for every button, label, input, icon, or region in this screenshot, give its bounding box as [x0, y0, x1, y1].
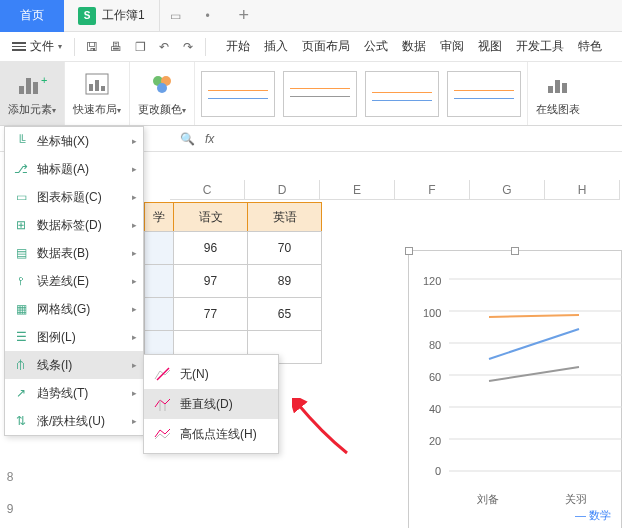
menu-chart-title[interactable]: ▭图表标题(C)▸ [5, 183, 143, 211]
quick-layout-button[interactable]: 快速布局▾ [65, 62, 130, 125]
menu-bar: 文件 ▾ 🖫 🖶 ❐ ↶ ↷ 开始 插入 页面布局 公式 数据 审阅 视图 开发… [0, 32, 622, 62]
menu-lines[interactable]: ⫛线条(I)▸ [5, 351, 143, 379]
tab-formula[interactable]: 公式 [358, 38, 394, 55]
tab-workbook[interactable]: S 工作簿1 [64, 0, 160, 32]
menu-data-table[interactable]: ▤数据表(B)▸ [5, 239, 143, 267]
trendline-icon: ↗ [13, 385, 29, 401]
col-C[interactable]: C [170, 180, 245, 200]
presentation-mode-icon[interactable]: ▭ [160, 9, 192, 23]
cell-r2-chinese[interactable]: 97 [173, 264, 248, 298]
data-table-icon: ▤ [13, 245, 29, 261]
cell-r3-chinese[interactable]: 77 [173, 297, 248, 331]
separator [74, 38, 75, 56]
online-chart-button[interactable]: 在线图表 [527, 62, 588, 125]
cell-r3-a[interactable] [144, 297, 174, 331]
submenu-none[interactable]: 无(N) [144, 359, 278, 389]
axis-title-icon: ⎇ [13, 161, 29, 177]
tab-dev[interactable]: 开发工具 [510, 38, 570, 55]
ytick-120: 120 [423, 275, 441, 287]
error-bar-icon: ⫯ [13, 273, 29, 289]
save-icon[interactable]: 🖫 [81, 36, 103, 58]
col-H[interactable]: H [545, 180, 620, 200]
chart-style-4[interactable] [447, 71, 521, 117]
tab-add-button[interactable]: + [224, 5, 264, 26]
embedded-chart[interactable]: 120 100 80 60 40 20 0 刘备 关羽 — 数学 [408, 250, 622, 528]
svg-rect-2 [33, 82, 38, 94]
zoom-icon[interactable]: 🔍 [180, 132, 195, 146]
print-icon[interactable]: 🖶 [105, 36, 127, 58]
change-color-label: 更改颜色 [138, 103, 182, 115]
col-E[interactable]: E [320, 180, 395, 200]
menu-axis-titles[interactable]: ⎇轴标题(A)▸ [5, 155, 143, 183]
change-color-button[interactable]: 更改颜色▾ [130, 62, 195, 125]
chevron-down-icon: ▾ [58, 42, 62, 51]
menu-data-labels[interactable]: ⊞数据标签(D)▸ [5, 211, 143, 239]
cell-header-subject-partial[interactable]: 学 [144, 202, 174, 232]
cell-r1-a[interactable] [144, 231, 174, 265]
menu-legend[interactable]: ☰图例(L)▸ [5, 323, 143, 351]
tab-insert[interactable]: 插入 [258, 38, 294, 55]
svg-rect-7 [101, 86, 105, 91]
menu-lines-label: 线条(I) [37, 357, 72, 374]
col-D[interactable]: D [245, 180, 320, 200]
resize-handle-nw[interactable] [405, 247, 413, 255]
cell-r2-english[interactable]: 89 [247, 264, 322, 298]
submenu-drop-lines[interactable]: 垂直线(D) [144, 389, 278, 419]
annotation-arrow [292, 398, 352, 458]
add-element-button[interactable]: + 添加元素▾ [0, 62, 65, 125]
menu-updown-bars-label: 涨/跌柱线(U) [37, 413, 105, 430]
add-element-label: 添加元素 [8, 103, 52, 115]
tab-data[interactable]: 数据 [396, 38, 432, 55]
row-9[interactable]: 9 [0, 502, 20, 516]
resize-handle-n[interactable] [511, 247, 519, 255]
file-menu[interactable]: 文件 ▾ [6, 38, 68, 55]
menu-gridlines-label: 网格线(G) [37, 301, 90, 318]
cell-r1-chinese[interactable]: 96 [173, 231, 248, 265]
svg-rect-1 [26, 78, 31, 94]
legend-icon: ☰ [13, 329, 29, 345]
tab-start[interactable]: 开始 [220, 38, 256, 55]
lines-icon: ⫛ [13, 357, 29, 373]
menu-error-bars[interactable]: ⫯误差线(E)▸ [5, 267, 143, 295]
lines-submenu: 无(N) 垂直线(D) 高低点连线(H) [143, 354, 279, 454]
cell-header-chinese[interactable]: 语文 [173, 202, 248, 232]
submenu-drop-label: 垂直线(D) [180, 396, 233, 413]
ytick-80: 80 [429, 339, 441, 351]
chevron-right-icon: ▸ [132, 192, 137, 202]
chevron-right-icon: ▸ [132, 220, 137, 230]
menu-updown-bars[interactable]: ⇅涨/跌柱线(U)▸ [5, 407, 143, 435]
row-8[interactable]: 8 [0, 470, 20, 484]
chart-title-icon: ▭ [13, 189, 29, 205]
col-G[interactable]: G [470, 180, 545, 200]
submenu-highlow-lines[interactable]: 高低点连线(H) [144, 419, 278, 449]
tab-special[interactable]: 特色 [572, 38, 608, 55]
cell-header-english[interactable]: 英语 [247, 202, 322, 232]
chart-style-3[interactable] [365, 71, 439, 117]
add-element-menu: ╚坐标轴(X)▸ ⎇轴标题(A)▸ ▭图表标题(C)▸ ⊞数据标签(D)▸ ▤数… [4, 126, 144, 436]
redo-icon[interactable]: ↷ [177, 36, 199, 58]
print-preview-icon[interactable]: ❐ [129, 36, 151, 58]
menu-trendline[interactable]: ↗趋势线(T)▸ [5, 379, 143, 407]
online-chart-label: 在线图表 [536, 102, 580, 117]
tab-page-layout[interactable]: 页面布局 [296, 38, 356, 55]
cell-r1-english[interactable]: 70 [247, 231, 322, 265]
fx-label: fx [205, 132, 214, 146]
menu-axes[interactable]: ╚坐标轴(X)▸ [5, 127, 143, 155]
cell-r3-english[interactable]: 65 [247, 297, 322, 331]
chart-style-2[interactable] [283, 71, 357, 117]
svg-rect-6 [95, 80, 99, 91]
chart-style-1[interactable] [201, 71, 275, 117]
chevron-right-icon: ▸ [132, 248, 137, 258]
submenu-highlow-label: 高低点连线(H) [180, 426, 257, 443]
tab-review[interactable]: 审阅 [434, 38, 470, 55]
tab-view[interactable]: 视图 [472, 38, 508, 55]
formula-input[interactable] [224, 132, 622, 146]
menu-gridlines[interactable]: ▦网格线(G)▸ [5, 295, 143, 323]
ytick-100: 100 [423, 307, 441, 319]
gridline-icon: ▦ [13, 301, 29, 317]
tab-home[interactable]: 首页 [0, 0, 64, 32]
cell-r2-a[interactable] [144, 264, 174, 298]
undo-icon[interactable]: ↶ [153, 36, 175, 58]
tab-options-icon[interactable]: • [192, 9, 224, 23]
col-F[interactable]: F [395, 180, 470, 200]
